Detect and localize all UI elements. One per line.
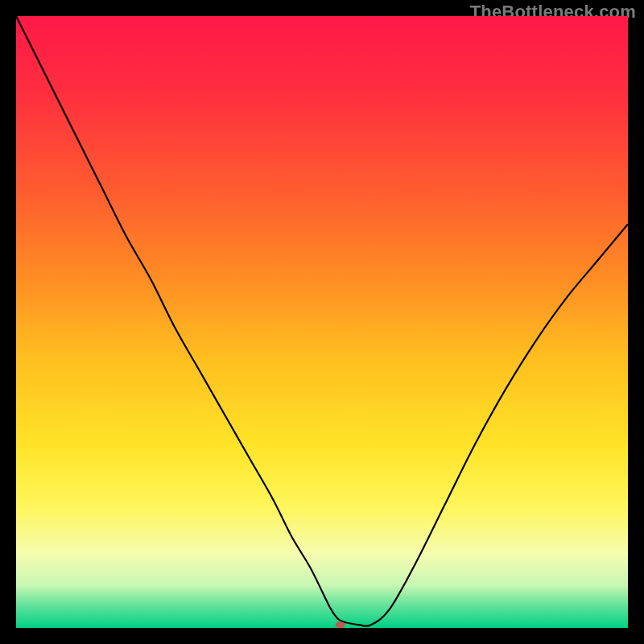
optimum-marker xyxy=(336,621,345,628)
chart-svg xyxy=(16,16,628,628)
gradient-background xyxy=(16,16,628,628)
plot-area xyxy=(16,16,628,628)
chart-frame: TheBottleneck.com xyxy=(0,0,644,644)
